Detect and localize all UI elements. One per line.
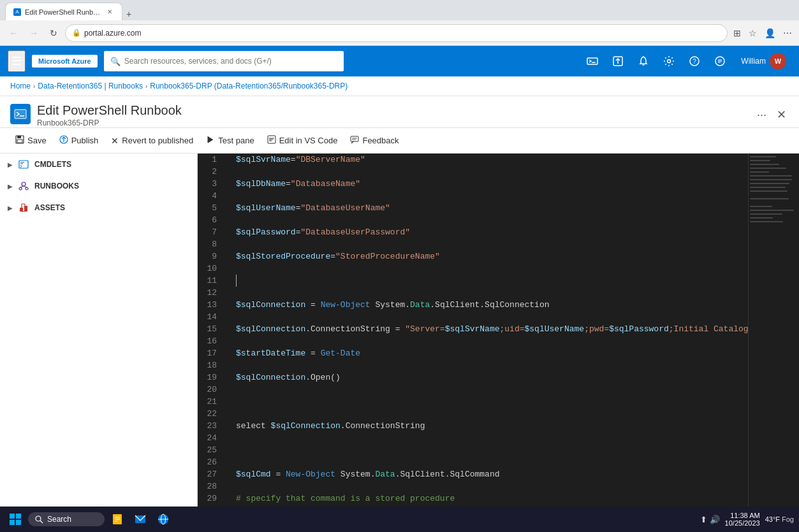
minimap-line [750,221,783,222]
refresh-button[interactable]: ↻ [46,25,61,41]
back-button[interactable]: ← [5,25,22,41]
feedback-button[interactable]: Feedback [345,132,404,149]
edit-vs-icon [267,135,276,146]
tab-close-button[interactable]: ✕ [105,8,114,17]
publish-icon [59,135,68,146]
code-pre: $sqlSvrName="DBServerName" $sqlDbName="D… [236,154,748,521]
revert-label: Revert to published [122,136,193,145]
runbooks-label: RUNBOOKS [34,182,79,191]
line-number: 1 [198,154,223,166]
upload-button[interactable] [608,52,627,71]
page-subtitle: Runbook365-DRP [37,119,745,127]
line-number: 5 [198,202,223,214]
start-button[interactable] [5,509,26,529]
edit-vs-button[interactable]: Edit in VS Code [262,132,343,149]
cmdlets-item[interactable]: ▶ CMDLETS [0,154,197,175]
svg-point-30 [19,187,22,190]
favorites-button[interactable]: ☆ [747,26,759,40]
taskbar-browser-icon[interactable] [153,509,173,529]
publish-button[interactable]: Publish [54,132,104,149]
svg-rect-16 [17,140,22,143]
assets-item[interactable]: ▶ ASSETS [0,197,197,219]
line-number: 12 [198,287,223,299]
close-button[interactable]: ✕ [774,105,789,124]
save-icon [15,135,24,146]
svg-rect-37 [10,514,15,519]
line-number: 14 [198,311,223,323]
browser-tab-active[interactable]: A Edit PowerShell Runbook - Mc... ✕ [5,3,122,20]
feedback-nav-button[interactable] [710,52,729,71]
search-input[interactable] [124,57,337,66]
taskbar-email-icon[interactable] [130,509,150,529]
svg-rect-39 [10,520,15,525]
azure-search-bar[interactable]: 🔍 [104,51,344,71]
svg-point-41 [36,516,41,521]
taskbar-files-icon[interactable] [107,509,128,529]
svg-rect-12 [15,110,26,119]
line-number: 11 [198,275,223,287]
browser-icons: ⊞ ☆ 👤 ⋯ [731,26,794,40]
line-number: 25 [198,444,223,456]
left-panel: ▶ CMDLETS ▶ RUNBOOKS ▶ ASSETS [0,154,198,521]
taskbar-search[interactable]: Search [28,512,105,526]
assets-expand-arrow: ▶ [8,205,13,212]
minimap-line [750,206,772,207]
forward-button[interactable]: → [26,25,42,41]
minimap-line [750,198,789,199]
user-avatar: W [770,53,786,69]
svg-line-33 [24,186,27,187]
user-menu[interactable]: William W [736,50,791,72]
settings-button[interactable]: ⋯ [781,26,794,40]
breadcrumb-home[interactable]: Home [10,82,31,90]
minimap-line [750,217,773,219]
taskbar-search-label: Search [47,515,71,524]
code-editor[interactable]: 1234567891011121314151617181920212223242… [198,154,799,521]
save-label: Save [27,136,47,145]
profile-button[interactable]: 👤 [763,26,777,40]
test-pane-icon [206,135,215,146]
azure-nav: ☰ Microsoft Azure 🔍 ? William W [0,46,799,76]
breadcrumb-sep-2: › [145,83,147,90]
page-title-area: Edit PowerShell Runbook Runbook365-DRP [37,103,745,127]
taskbar: Search ⬆ 🔊 11:38 AM 10/25/2023 43°F Fog [0,507,799,532]
publish-label: Publish [71,136,99,145]
revert-button[interactable]: ✕ Revert to published [106,133,198,149]
breadcrumb-runbooks[interactable]: Data-Retention365 | Runbooks [38,82,143,90]
line-number: 2 [198,166,223,178]
svg-rect-23 [351,136,358,141]
line-number: 29 [198,492,223,505]
notifications-button[interactable] [634,52,653,71]
runbooks-item[interactable]: ▶ RUNBOOKS [0,175,197,197]
minimap-line [750,213,782,215]
new-tab-button[interactable]: + [122,8,135,20]
hamburger-menu[interactable]: ☰ [8,50,26,72]
test-pane-label: Test pane [218,136,254,145]
line-number: 20 [198,384,223,396]
svg-point-31 [26,187,28,190]
edit-vs-label: Edit in VS Code [279,136,338,145]
user-name: William [741,57,766,66]
save-button[interactable]: Save [10,132,52,149]
line-number: 28 [198,480,223,492]
cmdlets-expand-arrow: ▶ [8,161,13,168]
settings-gear-button[interactable] [659,52,678,71]
extensions-button[interactable]: ⊞ [731,26,743,40]
minimap-line [750,179,792,180]
code-content[interactable]: $sqlSvrName="DBServerName" $sqlDbName="D… [230,154,748,521]
page-title: Edit PowerShell Runbook [37,103,745,118]
cloud-shell-button[interactable] [583,52,602,71]
runbooks-expand-arrow: ▶ [8,183,13,190]
volume-icon[interactable]: 🔊 [710,515,720,524]
help-button[interactable]: ? [685,52,704,71]
line-number: 4 [198,190,223,202]
network-icon[interactable]: ⬆ [700,515,707,524]
tab-favicon: A [13,8,21,16]
url-bar[interactable]: 🔒 portal.azure.com [65,24,728,42]
test-pane-button[interactable]: Test pane [201,132,259,149]
svg-point-29 [22,182,26,186]
line-number: 6 [198,214,223,226]
more-options-button[interactable]: ··· [752,107,772,123]
breadcrumb: Home › Data-Retention365 | Runbooks › Ru… [0,76,799,96]
feedback-label: Feedback [362,136,399,145]
url-text: portal.azure.com [84,29,141,38]
